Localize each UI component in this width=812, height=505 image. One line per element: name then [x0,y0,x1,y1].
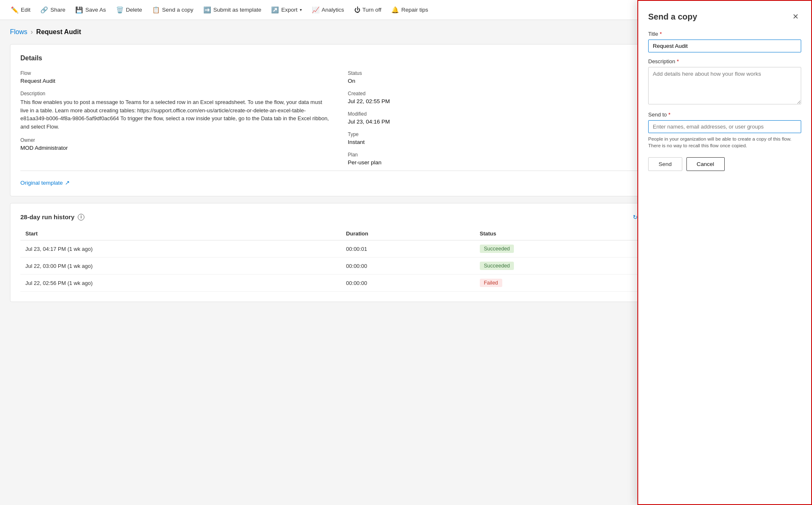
details-left: Flow Request Audit Description This flow… [20,70,331,166]
description-label: Description * [648,58,801,64]
toolbar-submit-template[interactable]: ➡️ Submit as template [199,4,266,16]
toolbar-delete[interactable]: 🗑️ Delete [112,4,146,16]
run-history-title-area: 28-day run history i [20,213,84,220]
details-card: Details Edit Flow Request Audit Descript… [10,44,669,196]
type-label: Type [348,131,659,137]
export-chevron-icon: ▾ [300,7,302,12]
send-to-required-star: * [668,111,670,118]
turn-off-icon: ⏻ [354,6,360,13]
toolbar-analytics-label: Analytics [322,7,344,13]
save-as-icon: 💾 [75,6,83,14]
toolbar-send-copy-label: Send a copy [162,7,193,13]
original-template-label: Original template [20,180,63,186]
toolbar-delete-label: Delete [126,7,142,13]
breadcrumb-parent[interactable]: Flows [10,28,27,36]
col-status: Status [475,227,659,240]
run-table-header: Start Duration Status [20,227,659,240]
edit-icon: ✏️ [11,6,19,14]
detail-flow: Flow Request Audit [20,70,331,84]
cancel-button[interactable]: Cancel [686,157,725,171]
run-duration-1: 00:00:00 [341,257,474,275]
original-template-link[interactable]: Original template ↗ [20,179,659,186]
toolbar-turn-off[interactable]: ⏻ Turn off [350,4,386,16]
run-status-2: Failed [475,275,659,292]
toolbar-turn-off-label: Turn off [363,7,382,13]
run-duration-0: 00:00:01 [341,240,474,257]
detail-created: Created Jul 22, 02:55 PM [348,91,659,104]
card-divider [20,171,659,171]
toolbar-save-as[interactable]: 💾 Save As [71,4,110,16]
detail-modified: Modified Jul 23, 04:16 PM [348,111,659,125]
title-required-star: * [660,31,662,37]
send-button[interactable]: Send [648,157,682,171]
toolbar-repair-tips-label: Repair tips [401,7,428,13]
send-copy-help-text: People in your organization will be able… [648,136,801,149]
details-title: Details [20,54,42,62]
run-history-header: 28-day run history i ↻ All runs [20,213,659,220]
modified-value: Jul 23, 04:16 PM [348,119,659,125]
panel-title: Send a copy [648,12,697,22]
share-icon: 🔗 [40,6,48,14]
run-status-0: Succeeded [475,240,659,257]
panel-close-button[interactable]: ✕ [790,11,801,22]
status-badge: Succeeded [480,262,514,270]
run-start-0: Jul 23, 04:17 PM (1 wk ago) [20,240,341,257]
detail-owner: Owner MOD Administrator [20,137,331,151]
run-history-table: Start Duration Status Jul 23, 04:17 PM (… [20,227,659,292]
toolbar-export[interactable]: ↗️ Export ▾ [267,4,306,16]
status-badge: Failed [480,279,502,287]
toolbar-edit-label: Edit [21,7,30,13]
analytics-icon: 📈 [312,6,320,14]
toolbar-edit[interactable]: ✏️ Edit [7,4,35,16]
breadcrumb: Flows › Request Audit [10,28,669,36]
run-history-card: 28-day run history i ↻ All runs Start Du… [10,203,669,302]
description-value: This flow enables you to post a message … [20,98,331,131]
send-to-input[interactable] [648,120,801,133]
owner-value: MOD Administrator [20,145,331,151]
run-history-info-icon[interactable]: i [78,214,84,220]
toolbar-export-label: Export [281,7,297,13]
toolbar-share[interactable]: 🔗 Share [36,4,69,16]
run-history-title: 28-day run history [20,213,74,220]
details-right: Status On Created Jul 22, 02:55 PM Modif… [348,70,659,166]
detail-status: Status On [348,70,659,84]
panel-header: Send a copy ✕ [648,11,801,22]
send-copy-panel: Send a copy ✕ Title * Description * Send… [637,0,812,505]
toolbar-submit-template-label: Submit as template [213,7,262,13]
repair-tips-icon: 🔔 [391,6,399,14]
send-to-label: Send to * [648,111,801,118]
type-value: Instant [348,139,659,145]
submit-template-icon: ➡️ [203,6,211,14]
detail-plan: Plan Per-user plan [348,152,659,166]
title-input[interactable] [648,40,801,52]
toolbar-repair-tips[interactable]: 🔔 Repair tips [387,4,432,16]
run-status-1: Succeeded [475,257,659,275]
run-start-1: Jul 22, 03:00 PM (1 wk ago) [20,257,341,275]
description-required-star: * [677,58,679,64]
toolbar-analytics[interactable]: 📈 Analytics [308,4,348,16]
toolbar-share-label: Share [50,7,65,13]
send-copy-icon: 📋 [152,6,160,14]
table-row: Jul 22, 02:56 PM (1 wk ago) 00:00:00 Fai… [20,275,659,292]
run-start-2: Jul 22, 02:56 PM (1 wk ago) [20,275,341,292]
content-area: Flows › Request Audit Details Edit Flow … [0,20,679,505]
plan-label: Plan [348,152,659,158]
delete-icon: 🗑️ [116,6,124,14]
flow-label: Flow [20,70,331,76]
description-label: Description [20,91,331,97]
panel-actions: Send Cancel [648,157,801,171]
description-textarea[interactable] [648,67,801,104]
status-badge: Succeeded [480,245,514,253]
created-value: Jul 22, 02:55 PM [348,98,659,104]
breadcrumb-separator: › [31,28,33,36]
col-duration: Duration [341,227,474,240]
created-label: Created [348,91,659,97]
status-value: On [348,78,659,84]
breadcrumb-current: Request Audit [36,28,81,36]
detail-description: Description This flow enables you to pos… [20,91,331,131]
toolbar-send-copy[interactable]: 📋 Send a copy [148,4,197,16]
detail-type: Type Instant [348,131,659,145]
toolbar-save-as-label: Save As [85,7,106,13]
details-grid: Flow Request Audit Description This flow… [20,70,659,166]
table-row: Jul 22, 03:00 PM (1 wk ago) 00:00:00 Suc… [20,257,659,275]
